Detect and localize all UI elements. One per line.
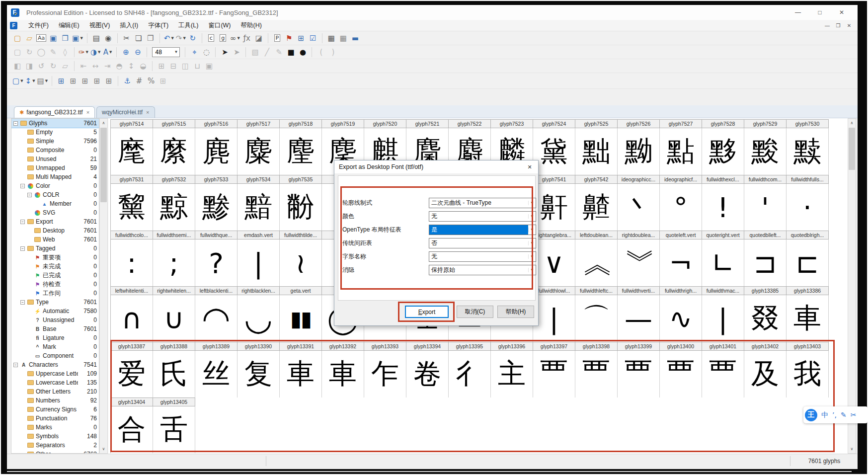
metrics-percent-button[interactable]: % [145, 75, 157, 87]
glyph-cell[interactable]: ! [702, 184, 744, 231]
sort-order-button[interactable]: ↕▼ [24, 75, 36, 87]
menu-help[interactable]: 帮助(H) [236, 20, 267, 31]
glyph-map-button[interactable]: ▦ [337, 32, 349, 44]
flags-button[interactable]: ⚑ [283, 32, 295, 44]
sidebar-item-characters[interactable]: −ACharacters7541 [11, 360, 99, 369]
glyph-cell[interactable]: 黝 [618, 128, 660, 175]
glyph-cell[interactable]: ∿ [660, 295, 702, 342]
font-overview-button[interactable]: Aa [35, 32, 47, 44]
glyph-cell[interactable]: · [787, 184, 829, 231]
sidebar-item-separators[interactable]: Separators2 [11, 441, 99, 450]
tables-button[interactable]: ⊞ [295, 32, 307, 44]
zoom-in-button[interactable]: ⊕ [120, 46, 132, 58]
anchor-button[interactable]: ⚓ [121, 75, 133, 87]
sidebar-item-punctuation[interactable]: Punctuation76 [11, 414, 99, 423]
sidebar-item-web[interactable]: Web7601 [11, 235, 99, 244]
draw-rectangle-tool[interactable]: ■ [285, 46, 297, 58]
doc-minimize-button[interactable]: — [822, 21, 833, 30]
glyph-cell[interactable]: ⊏ [787, 239, 829, 286]
glyph-search-button[interactable]: ▦ [325, 32, 337, 44]
sidebar-item-待检查[interactable]: ⚑待检查0 [11, 280, 99, 289]
menu-edit[interactable]: 编辑(E) [54, 20, 84, 31]
sidebar-item-other[interactable]: Other6763 [11, 450, 99, 454]
help-button[interactable]: 帮助(H) [497, 306, 534, 318]
glyph-cell[interactable]: ▮▮ [280, 295, 322, 342]
sidebar-scroll-up-icon[interactable]: ∧ [100, 119, 107, 127]
sidebar-item-empty[interactable]: Empty5 [11, 128, 99, 137]
guides-button[interactable]: # [133, 75, 145, 87]
sidebar-item-uppercase-lette-[interactable]: Uppercase Lette...109 [11, 369, 99, 378]
glyph-cell[interactable]: 黟 [702, 128, 744, 175]
glyph-cell[interactable]: ⌒ [575, 295, 618, 342]
close-button[interactable]: ✕ [831, 5, 853, 20]
tree-expander-icon[interactable]: − [13, 121, 18, 126]
sidebar-item-svg[interactable]: SVG0 [11, 208, 99, 217]
minimize-button[interactable]: — [787, 5, 809, 20]
menu-window[interactable]: 窗口(W) [203, 20, 236, 31]
pointer-white-tool[interactable]: ➤ [231, 46, 242, 58]
glyph-cell[interactable]: — [618, 295, 660, 342]
zoom-out-button[interactable]: ⊖ [132, 46, 144, 58]
sidebar-item-desktop[interactable]: Desktop7601 [11, 226, 99, 235]
contrast-tool-button[interactable]: ◑▼ [89, 46, 101, 58]
glyph-cell[interactable]: ∟ [702, 239, 744, 286]
glyph-cell[interactable]: ? [195, 239, 237, 286]
sidebar-item-export[interactable]: −Export7601 [11, 217, 99, 226]
glyph-cell[interactable]: 麋 [237, 128, 280, 175]
doc-restore-button[interactable]: ❐ [833, 21, 844, 30]
glyph-cell[interactable]: 點 [660, 128, 702, 175]
sidebar-item-tagged[interactable]: −Tagged0 [11, 244, 99, 253]
glyph-cell[interactable]: : [111, 239, 153, 286]
sidebar-item-unmapped[interactable]: Unmapped59 [11, 163, 99, 172]
tab-close-icon[interactable]: × [86, 109, 89, 115]
metrics-grid-button[interactable]: ⊞ [55, 75, 67, 87]
sidebar-item-已完成[interactable]: ⚑已完成0 [11, 271, 99, 280]
grid-scrollbar[interactable]: ∧ ∨ [848, 118, 856, 454]
glyph-cell[interactable]: 麾 [111, 128, 153, 175]
glyph-cell[interactable]: 丶 [618, 184, 660, 231]
sidebar-item-base[interactable]: BBase7601 [11, 324, 99, 333]
sidebar-item-currency-signs[interactable]: Currency Signs6 [11, 405, 99, 414]
tree-expander-icon[interactable]: − [20, 246, 25, 251]
menu-font[interactable]: 字体(T) [143, 20, 173, 31]
tab-fangsong[interactable]: ✱fangsong_GB2312.ttf× [14, 106, 95, 118]
glyph-cell[interactable]: | [237, 239, 280, 286]
otl-grid-button[interactable]: ⊞ [91, 75, 103, 87]
sidebar-item-color[interactable]: −Color0 [11, 181, 99, 190]
grid-scroll-up-icon[interactable]: ∧ [848, 119, 856, 127]
menu-insert[interactable]: 插入(I) [115, 20, 143, 31]
sidebar-item-glyphs[interactable]: −Glyphs7601 [11, 119, 99, 128]
glyph-cell[interactable]: ⊐ [744, 239, 787, 286]
glyph-cell[interactable]: 齄 [575, 184, 618, 231]
sidebar-scroll-thumb[interactable] [100, 128, 107, 202]
magnifier-button[interactable]: ◌ [200, 46, 212, 58]
sidebar-item-工作间[interactable]: ⚑工作间0 [11, 289, 99, 298]
glyph-cell[interactable]: ◡ [237, 295, 280, 342]
sidebar-item-type[interactable]: −Type7601 [11, 298, 99, 307]
sidebar-scroll-down-icon[interactable]: ∨ [100, 445, 107, 453]
ime-mode-chinese[interactable]: 中 [821, 411, 828, 419]
tab-wqymicrohei[interactable]: wqyMicroHei.ttf× [96, 106, 155, 118]
sidebar-item-numbers[interactable]: Numbers92 [11, 396, 99, 405]
menu-file[interactable]: 文件(F) [23, 20, 54, 31]
glyph-cell[interactable]: 叕 [744, 295, 787, 342]
pointer-black-tool[interactable]: ➤ [219, 46, 231, 58]
sidebar-item-symbols[interactable]: Symbols148 [11, 432, 99, 441]
glyph-cell[interactable]: 黛 [533, 128, 575, 175]
glyph-cell[interactable]: 黯 [237, 184, 280, 231]
sidebar-item-mark[interactable]: ^Mark0 [11, 342, 99, 351]
open-features-button[interactable]: ƒx [241, 32, 253, 44]
cut-button[interactable]: ✂ [121, 32, 133, 44]
glyph-cell[interactable]: 黥 [153, 184, 195, 231]
sidebar-item-重要项[interactable]: ⚑重要项0 [11, 253, 99, 262]
sidebar-item-member[interactable]: ▲Member0 [11, 199, 99, 208]
glyph-cell[interactable]: ≀ [280, 239, 322, 286]
glyph-cell[interactable]: ¬ [660, 239, 702, 286]
color-adjust-button[interactable]: A▼ [101, 46, 113, 58]
cancel-button[interactable]: 取消(C) [457, 306, 493, 318]
maximize-button[interactable]: □ [809, 5, 831, 20]
class-grid-button[interactable]: ⊞ [79, 75, 91, 87]
zoom-level-combobox[interactable]: 48▼ [152, 47, 180, 57]
chevron-down-icon[interactable]: ▼ [172, 50, 179, 54]
grid-scroll-thumb[interactable] [849, 128, 855, 170]
